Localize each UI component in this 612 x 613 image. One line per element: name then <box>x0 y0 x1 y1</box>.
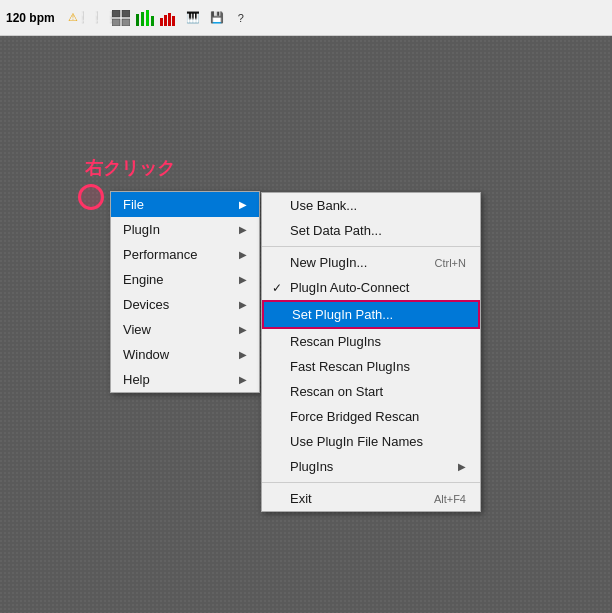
svg-rect-2 <box>112 19 120 26</box>
submenu-fast-rescan[interactable]: Fast Rescan PlugIns <box>262 354 480 379</box>
svg-rect-1 <box>122 10 130 17</box>
mixer-icon[interactable] <box>135 8 155 28</box>
svg-rect-7 <box>151 16 154 26</box>
submenu-use-plugin-filenames[interactable]: Use PlugIn File Names <box>262 429 480 454</box>
menu-item-view[interactable]: View ▶ <box>111 317 259 342</box>
svg-rect-5 <box>141 12 144 26</box>
submenu-divider-1 <box>262 246 480 247</box>
svg-rect-4 <box>136 14 139 26</box>
exclamation-icon[interactable]: ❕❕❕ <box>87 8 107 28</box>
submenu-rescan-on-start[interactable]: Rescan on Start <box>262 379 480 404</box>
menu-item-devices-label: Devices <box>123 297 169 312</box>
help-icon[interactable]: ? <box>231 8 251 28</box>
submenu-rescan-plugins[interactable]: Rescan PlugIns <box>262 329 480 354</box>
svg-rect-6 <box>146 10 149 26</box>
menu-item-performance[interactable]: Performance ▶ <box>111 242 259 267</box>
checkmark-icon: ✓ <box>272 281 282 295</box>
svg-rect-0 <box>112 10 120 17</box>
submenu-set-plugin-path[interactable]: Set PlugIn Path... <box>262 300 480 329</box>
submenu-set-data-path[interactable]: Set Data Path... <box>262 218 480 243</box>
svg-rect-11 <box>172 16 175 26</box>
menu-item-file-arrow: ▶ <box>239 199 247 210</box>
menu-item-performance-label: Performance <box>123 247 197 262</box>
menu-item-performance-arrow: ▶ <box>239 249 247 260</box>
right-click-indicator <box>78 184 104 210</box>
grid-icon[interactable] <box>111 8 131 28</box>
svg-rect-10 <box>168 13 171 26</box>
submenu-plugins[interactable]: PlugIns ▶ <box>262 454 480 479</box>
menu-item-engine-arrow: ▶ <box>239 274 247 285</box>
submenu-new-plugin[interactable]: New PlugIn... Ctrl+N <box>262 250 480 275</box>
menu-item-file-label: File <box>123 197 144 212</box>
menu-item-view-label: View <box>123 322 151 337</box>
menu-item-window-label: Window <box>123 347 169 362</box>
submenu-plugins-arrow: ▶ <box>458 461 466 472</box>
menu-item-help-arrow: ▶ <box>239 374 247 385</box>
submenu-force-bridged[interactable]: Force Bridged Rescan <box>262 404 480 429</box>
submenu-exit[interactable]: Exit Alt+F4 <box>262 486 480 511</box>
svg-rect-3 <box>122 19 130 26</box>
menu-item-plugin-label: PlugIn <box>123 222 160 237</box>
menu-item-help-label: Help <box>123 372 150 387</box>
annotation-label: 右クリック <box>85 156 175 180</box>
menu-item-window[interactable]: Window ▶ <box>111 342 259 367</box>
submenu-plugin-autoconnect[interactable]: ✓ PlugIn Auto-Connect <box>262 275 480 300</box>
menu-item-devices[interactable]: Devices ▶ <box>111 292 259 317</box>
menu-item-devices-arrow: ▶ <box>239 299 247 310</box>
svg-rect-8 <box>160 18 163 26</box>
menu-item-help[interactable]: Help ▶ <box>111 367 259 392</box>
menu-item-engine-label: Engine <box>123 272 163 287</box>
main-workspace: 右クリック File ▶ Use Bank... Set Data Path..… <box>0 36 612 613</box>
context-menu[interactable]: File ▶ Use Bank... Set Data Path... New … <box>110 191 260 393</box>
menu-item-engine[interactable]: Engine ▶ <box>111 267 259 292</box>
levels-icon[interactable] <box>159 8 179 28</box>
svg-rect-9 <box>164 15 167 26</box>
menu-item-plugin-arrow: ▶ <box>239 224 247 235</box>
piano-icon[interactable]: 🎹 <box>183 8 203 28</box>
menu-item-window-arrow: ▶ <box>239 349 247 360</box>
menu-item-plugin[interactable]: PlugIn ▶ <box>111 217 259 242</box>
save-icon[interactable]: 💾 <box>207 8 227 28</box>
file-submenu[interactable]: Use Bank... Set Data Path... New PlugIn.… <box>261 192 481 512</box>
menu-item-view-arrow: ▶ <box>239 324 247 335</box>
bpm-display: 120 bpm <box>6 11 55 25</box>
submenu-use-bank[interactable]: Use Bank... <box>262 193 480 218</box>
menu-item-file[interactable]: File ▶ Use Bank... Set Data Path... New … <box>111 192 259 217</box>
toolbar: 120 bpm ⚠ ❕❕❕ 🎹 💾 ? <box>0 0 612 36</box>
submenu-divider-2 <box>262 482 480 483</box>
